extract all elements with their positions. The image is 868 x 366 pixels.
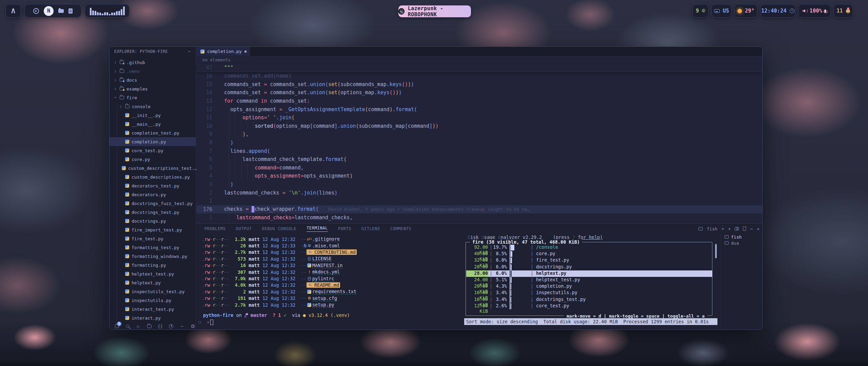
tree-item-interact.py[interactable]: interact.py (110, 313, 196, 322)
panel-tab-debug-console[interactable]: DEBUG CONSOLE (262, 226, 297, 231)
workspace-folder-icon[interactable] (58, 9, 64, 13)
tree-item-formatting.py[interactable]: formatting.py (110, 261, 196, 269)
tree-item-completion.py[interactable]: completion.py (110, 137, 196, 146)
file-name-link[interactable]: pylintrc (312, 276, 334, 282)
python-file-icon (125, 289, 129, 293)
new-terminal-button[interactable]: + (722, 226, 724, 231)
file-name-link[interactable]: requirements.txt (312, 289, 356, 294)
dua-bar-axis (510, 297, 510, 303)
explorer-more-icon[interactable]: ⋯ (188, 49, 191, 54)
volume-widget[interactable]: 100% (798, 4, 831, 18)
tree-item-inspectutils_test.py[interactable]: inspectutils_test.py (110, 287, 196, 296)
panel-close-icon[interactable]: × (757, 226, 760, 231)
clock-widget[interactable]: 12:40:24 (760, 4, 795, 18)
tree-item-.venv[interactable]: ›.venv (110, 67, 196, 76)
tree-item-docstrings_test.py[interactable]: docstrings_test.py (110, 208, 196, 217)
dua-row-helptext_test.py[interactable]: 24.00 KiB|5.1%|helptext_test.py (466, 277, 712, 283)
media-player-pill[interactable]: Lazerpunk - ROBOPHONK (398, 5, 471, 17)
tree-item-__init__.py[interactable]: __init__.py (110, 111, 196, 120)
highlighted-file[interactable]: M↓CONTRIBUTING.md (307, 249, 357, 255)
folder-icon[interactable] (146, 323, 152, 329)
file-name-link[interactable]: .gitignore (312, 236, 340, 242)
tree-item-core_test.py[interactable]: core_test.py (110, 146, 196, 155)
tree-item-docs[interactable]: ›docs (110, 76, 196, 84)
system-graph-widget[interactable] (85, 4, 130, 18)
notifications-widget[interactable]: 11 (833, 4, 853, 18)
tree-item-completion_test.py[interactable]: completion_test.py (110, 128, 196, 137)
tree-item-.github[interactable]: ›.github (110, 58, 196, 67)
files-icon[interactable]: 1 (114, 323, 120, 329)
launcher-button[interactable]: Λ (5, 4, 21, 18)
tree-item-docstrings_fuzz_test.py[interactable]: docstrings_fuzz_test.py (110, 199, 196, 208)
python-icon (307, 263, 312, 267)
file-name-link[interactable]: setup.py (312, 302, 334, 308)
updates-widget[interactable]: 9 © (692, 4, 709, 18)
tree-item-inspectutils.py[interactable]: inspectutils.py (110, 296, 196, 305)
tree-item-core.py[interactable]: core.py (110, 155, 196, 164)
tree-item-__main__.py[interactable]: __main__.py (110, 120, 196, 128)
tree-item-custom_descriptions_test.[interactable]: custom_descriptions_test.… (110, 164, 196, 172)
clock-icon[interactable] (168, 323, 174, 329)
file-name-link[interactable]: MANIFEST.in (312, 263, 342, 268)
sticky-scroll-line[interactable]: 47 """ (196, 64, 763, 72)
file-name-link[interactable]: mkdocs.yml (312, 269, 340, 275)
dua-row-core.py[interactable]: 40.00 KiB|8.5%|core.py (466, 251, 712, 257)
file-name-link[interactable]: setup.cfg (312, 296, 337, 301)
panel-more-icon[interactable]: ⋯ (750, 226, 753, 231)
file-name-link[interactable]: CONTRIBUTING.md (314, 249, 356, 255)
dua-row-core_test.py[interactable]: 12.00 KiB|2.6%|core_test.py (466, 303, 712, 309)
tree-item-fire[interactable]: ›fire (110, 93, 196, 102)
panel-tab-ports[interactable]: PORTS (338, 226, 351, 231)
panel-tab-problems[interactable]: PROBLEMS (204, 226, 226, 231)
search-icon[interactable] (124, 323, 131, 329)
panel-tab-comments[interactable]: COMMENTS (390, 226, 412, 231)
kill-terminal-icon[interactable] (743, 228, 746, 231)
tree-item-decorators_test.py[interactable]: decorators_test.py (110, 181, 196, 190)
terminal-tab-fish[interactable]: ›fish (721, 234, 763, 240)
highlighted-file[interactable]: M↓README.md (307, 282, 340, 288)
workspace-compass-icon[interactable] (33, 8, 39, 14)
dua-row-helptext.py[interactable]: 28.00 KiB|6.0%|helptext.py (466, 270, 712, 277)
tree-item-custom_descriptions.py[interactable]: custom_descriptions.py (110, 172, 196, 181)
workspace-active-neovim[interactable]: N (44, 6, 54, 16)
debug-icon[interactable]: ▷ (135, 323, 141, 329)
tree-item-helptext.py[interactable]: helptext.py (110, 278, 196, 287)
terminal-dua-pane[interactable]: Disk Usage Analyzer v2.29.2 (press ? for… (464, 234, 717, 330)
tree-item-helptext_test.py[interactable]: helptext_test.py (110, 269, 196, 278)
tree-item-decorators.py[interactable]: decorators.py (110, 190, 196, 199)
breadcrumb[interactable]: no elements (196, 56, 763, 64)
panel-tab-gitlens[interactable]: GITLENS (361, 226, 380, 231)
weather-widget[interactable]: 29° (734, 4, 757, 18)
terminal-profile-chevron-icon[interactable]: ▾ (728, 226, 731, 231)
terminal-fish-pane[interactable]: .rw-r--r-- 1.2k matt 12 Aug 12:32 -- git… (196, 234, 461, 330)
dua-row-fire_test.py[interactable]: 32.00 KiB|6.8%|fire_test.py (466, 257, 712, 264)
tree-item-docstrings.py[interactable]: docstrings.py (110, 217, 196, 225)
dua-row-completion.py[interactable]: 20.00 KiB|4.3%|completion.py (466, 283, 712, 290)
file-name-link[interactable]: .mise.toml (312, 243, 340, 248)
gear-icon[interactable]: ⚙ (190, 323, 196, 329)
tree-item-console[interactable]: ›console (110, 102, 196, 111)
tree-item-formatting_windows.py[interactable]: formatting_windows.py (110, 252, 196, 261)
panel-tab-output[interactable]: OUTPUT (236, 226, 252, 231)
file-name-link[interactable]: README.md (314, 282, 339, 288)
workspace-file-icon[interactable] (68, 8, 73, 14)
tree-item-fire_test.py[interactable]: fire_test.py (110, 234, 196, 243)
dua-row-console[interactable]: 92.00 KiB|19.7%|/console (466, 244, 712, 251)
dua-row-inspectutils.py[interactable]: 16.00 KiB|3.4%|inspectutils.py (466, 290, 712, 296)
tree-item-formatting_test.py[interactable]: formatting_test.py (110, 243, 196, 252)
more-icon[interactable]: ⋯ (179, 323, 185, 329)
dua-scrollbar[interactable] (715, 244, 717, 258)
tree-item-fire_import_test.py[interactable]: fire_import_test.py (110, 225, 196, 234)
braces-icon[interactable]: {} (157, 323, 163, 329)
file-name-link[interactable]: LICENSE (312, 256, 332, 262)
explorer-sidebar: EXPLORER: PYTHON-FIRE ⋯ ›.github›.venv›d… (110, 47, 196, 330)
tree-item-interact_test.py[interactable]: interact_test.py (110, 305, 196, 313)
keyboard-layout-widget[interactable]: US (711, 4, 732, 18)
panel-tab-terminal[interactable]: TERMINAL (307, 226, 328, 232)
tab-completion-py[interactable]: completion.py ● (196, 47, 251, 56)
split-terminal-icon[interactable] (735, 227, 739, 230)
dua-row-docstrings_test.py[interactable]: 16.00 KiB|3.4%|docstrings_test.py (466, 297, 712, 303)
terminal-tab-dua[interactable]: ›dua (721, 240, 763, 246)
dua-row-docstrings.py[interactable]: 28.00 KiB|6.0%|docstrings.py (466, 264, 712, 270)
tree-item-examples[interactable]: ›examples (110, 84, 196, 93)
